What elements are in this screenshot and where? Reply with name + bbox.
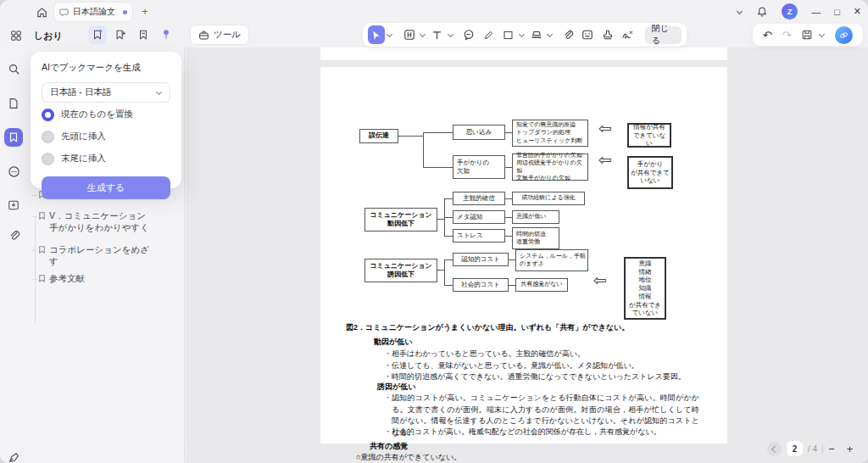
diagram-box: 主観的確信 <box>453 192 505 205</box>
redo-button[interactable]: ↷ <box>782 30 792 41</box>
select-tool-chevron[interactable] <box>387 31 392 38</box>
reader-tool[interactable] <box>401 25 418 44</box>
radio-option[interactable]: 現在のものを置換 <box>42 104 170 125</box>
comment-bubble-icon <box>463 29 475 41</box>
document-text-line: 誘因が低い <box>377 382 415 392</box>
pin-panel-button[interactable] <box>157 25 175 44</box>
document-tab-icon <box>59 8 69 17</box>
save-options-chevron[interactable] <box>818 31 825 38</box>
divider <box>822 444 823 454</box>
attachment-tool[interactable] <box>559 25 576 44</box>
diagram-connector <box>444 198 453 199</box>
document-text-line: ○意識の共有ができていない。 <box>356 452 461 462</box>
radio-option[interactable]: 末尾に挿入 <box>42 148 170 169</box>
paperclip-icon <box>562 29 574 41</box>
document-canvas: 誤伝達思い込み知覚での無意識的推論 トップダウン的処理 ヒューリスティック判断情… <box>186 47 868 463</box>
bookmark-item-icon <box>37 245 47 254</box>
minimize-button[interactable]: — <box>811 7 821 17</box>
notifications-button[interactable] <box>756 6 768 18</box>
signature-icon <box>621 29 634 42</box>
sidebar-item-comments[interactable] <box>4 162 23 181</box>
new-tab-button[interactable]: + <box>137 3 153 19</box>
bookmark-item-icon <box>37 211 47 220</box>
page-2: 誤伝達思い込み知覚での無意識的推論 トップダウン的処理 ヒューリスティック判断情… <box>320 67 727 443</box>
export-page-icon <box>8 199 19 211</box>
close-window-button[interactable]: ✕ <box>854 6 861 17</box>
collapse-bookmarks-button[interactable] <box>134 25 153 44</box>
diagram-box: 手がかり が共有できて いない <box>627 156 673 189</box>
ai-bookmark-popup: AIでブックマークを生成 日本語 - 日本語 現在のものを置換先頭に挿入末尾に挿… <box>31 52 181 188</box>
tools-button[interactable]: ツール <box>190 25 249 45</box>
reader-tool-chevron[interactable] <box>420 31 426 38</box>
stamp-icon <box>602 29 614 41</box>
left-arrow-icon: ⇦ <box>598 153 612 166</box>
sticker-tool[interactable] <box>580 25 597 44</box>
diagram-box: コミュニケーション 動因低下 <box>364 208 437 232</box>
radio-icon[interactable] <box>42 131 54 143</box>
prev-page-button[interactable] <box>767 442 782 456</box>
shape-tool-chevron[interactable] <box>519 31 525 38</box>
add-bookmark-button[interactable] <box>111 25 130 44</box>
close-toolbar-button[interactable]: 閉じる <box>645 26 682 44</box>
sidebar-item-bookmarks[interactable] <box>4 128 23 147</box>
bookmark-collapse-icon <box>137 29 149 41</box>
diagram-connector <box>423 132 453 133</box>
text-icon <box>431 30 442 41</box>
diagram-box: コミュニケーション 誘因低下 <box>364 259 437 282</box>
zoom-out-button[interactable]: − <box>828 443 835 455</box>
home-button[interactable] <box>32 3 51 20</box>
save-button[interactable] <box>801 29 813 41</box>
diagram-box: システム，ルール，手順 のまずさ <box>515 249 588 271</box>
apps-grid-button[interactable] <box>7 26 25 45</box>
text-tool-chevron[interactable] <box>448 31 453 38</box>
diagram-connector <box>505 198 512 199</box>
sidebar-item-thumbnails[interactable] <box>4 94 23 113</box>
text-tool[interactable] <box>429 25 446 44</box>
generate-button[interactable]: 生成する <box>42 176 170 199</box>
highlight-tool[interactable] <box>528 25 545 44</box>
stamp-tool[interactable] <box>599 25 616 44</box>
diagram-box: 社会的コスト <box>453 278 509 292</box>
comment-tool[interactable] <box>460 25 477 44</box>
avatar[interactable]: Z <box>782 3 798 20</box>
highlight-tool-chevron[interactable] <box>547 31 553 38</box>
left-arrow-icon: ⇦ <box>593 273 607 287</box>
maximize-button[interactable]: □ <box>834 7 840 17</box>
document-tab[interactable]: 日本語論文 <box>54 3 132 21</box>
zoom-in-button[interactable]: + <box>847 443 854 455</box>
cursor-icon <box>370 30 381 41</box>
diagram-box: 意識 情緒 地位 知識 情報 が共有でき ていない <box>624 257 666 320</box>
shape-tool[interactable] <box>500 25 517 44</box>
radio-option[interactable]: 先頭に挿入 <box>42 126 170 147</box>
radio-selected-icon[interactable] <box>42 109 54 121</box>
pen-tool[interactable] <box>480 25 497 44</box>
sidebar-item-signature[interactable] <box>4 448 23 463</box>
diagram-connector <box>444 259 445 286</box>
select-tool[interactable] <box>368 25 385 44</box>
page-icon <box>8 98 19 109</box>
pen-icon <box>483 30 494 41</box>
chevron-down-icon[interactable] <box>736 8 743 15</box>
diagram-connector <box>444 259 453 260</box>
radio-icon[interactable] <box>42 153 54 165</box>
current-page[interactable]: 2 <box>787 441 803 456</box>
undo-button[interactable]: ↶ <box>763 30 772 41</box>
ai-bookmark-icon <box>92 29 103 41</box>
document-text-line: ・時間的切迫感が高くてできない。過重労働になってできないといったストレス要因。 <box>384 371 686 382</box>
diagram-box: 手がかりの 欠如 <box>453 155 505 179</box>
diagram-box: 共有感覚がない <box>515 278 568 292</box>
sidebar-item-attachments-panel[interactable] <box>4 196 23 215</box>
page-controls: 2 / 4 − + <box>767 438 862 459</box>
ai-assistant-button[interactable] <box>835 26 853 44</box>
sidebar-item-attachments[interactable] <box>4 226 23 244</box>
titlebar: 日本語論文 + Z — □ ✕ <box>0 0 868 23</box>
document-text-line: ・伝達しても、意味がないと思っている。意識が低い。メタ認知が低い。 <box>384 360 639 371</box>
bookmark-actions <box>88 25 175 44</box>
sidebar-item-search[interactable] <box>4 59 23 78</box>
ai-orbit-icon <box>838 30 849 41</box>
ai-bookmark-button[interactable] <box>88 25 107 44</box>
signature-tool[interactable] <box>620 25 637 44</box>
language-select[interactable]: 日本語 - 日本語 <box>42 82 170 103</box>
diagram-box: 知覚での無意識的推論 トップダウン的処理 ヒューリスティック判断 <box>512 120 588 147</box>
sign-pen-icon <box>8 451 20 463</box>
